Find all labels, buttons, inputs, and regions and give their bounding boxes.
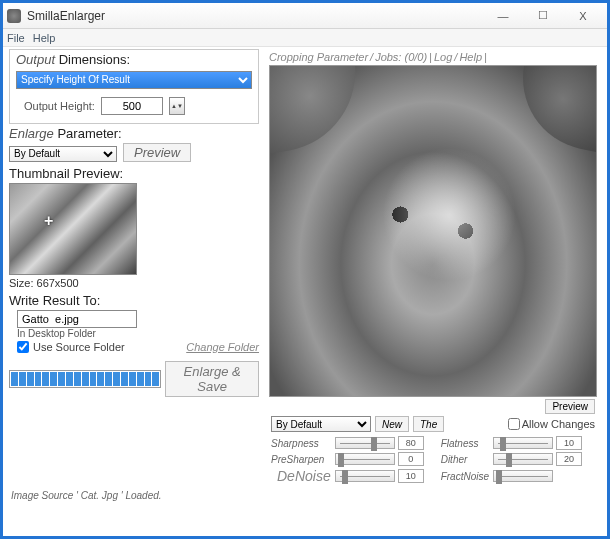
- use-source-folder-label: Use Source Folder: [33, 341, 125, 353]
- status-bar: Image Source ' Cat. Jpg ' Loaded.: [11, 490, 607, 501]
- new-preset-button[interactable]: New: [375, 416, 409, 432]
- param-header: By Default New The Allow Changes: [265, 414, 601, 434]
- desktop-folder-label: In Desktop Folder: [17, 328, 259, 339]
- close-button[interactable]: X: [563, 6, 603, 26]
- filename-input[interactable]: [17, 310, 137, 328]
- sharpness-slider[interactable]: [335, 437, 395, 449]
- param-preset-combo[interactable]: By Default: [271, 416, 371, 432]
- fractnoise-label: FractNoise: [441, 471, 489, 482]
- dither-label: Dither: [441, 454, 489, 465]
- presharpen-value: 0: [398, 452, 424, 466]
- progress-bar: [9, 370, 161, 388]
- minimize-button[interactable]: —: [483, 6, 523, 26]
- presharpen-label: PreSharpen: [271, 454, 331, 465]
- output-dimensions-group: Output Dimensions: Specify Height Of Res…: [9, 49, 259, 124]
- flatness-rvalue: 10: [556, 436, 582, 450]
- progress-row: Enlarge & Save: [9, 361, 259, 397]
- output-mode-combo[interactable]: Specify Height Of Result: [16, 71, 252, 89]
- menu-file[interactable]: File: [7, 32, 25, 44]
- write-result-title: Write Result To:: [9, 293, 259, 308]
- flatness-slider[interactable]: [493, 437, 553, 449]
- dither-rvalue: 20: [556, 452, 582, 466]
- menubar: File Help: [3, 29, 607, 47]
- tab-cropping[interactable]: Cropping Parameter: [269, 51, 368, 63]
- sharpness-label: Sharpness: [271, 438, 331, 449]
- image-preview[interactable]: [269, 65, 597, 397]
- thumbnail-group: Thumbnail Preview: Size: 667x500: [9, 166, 259, 289]
- tab-help[interactable]: Help: [459, 51, 482, 63]
- preview-small-button[interactable]: Preview: [545, 399, 595, 414]
- enlarge-param-combo[interactable]: By Default: [9, 146, 117, 162]
- enlarge-parameter-title: Enlarge Parameter:: [9, 126, 259, 141]
- dither-slider[interactable]: [493, 453, 553, 465]
- app-icon: [7, 9, 21, 23]
- preview-button[interactable]: Preview: [123, 143, 191, 162]
- window-title: SmillaEnlarger: [27, 9, 483, 23]
- write-result-group: Write Result To: In Desktop Folder Use S…: [9, 293, 259, 353]
- thumbnail-size: Size: 667x500: [9, 277, 259, 289]
- thumbnail-image[interactable]: [9, 183, 137, 275]
- titlebar: SmillaEnlarger — ☐ X: [3, 3, 607, 29]
- thumbnail-title: Thumbnail Preview:: [9, 166, 259, 181]
- use-source-folder-checkbox[interactable]: [17, 341, 29, 353]
- enlarge-save-button[interactable]: Enlarge & Save: [165, 361, 259, 397]
- denoise-slider[interactable]: [335, 470, 395, 482]
- denoise-label: DeNoise: [271, 468, 331, 484]
- presharpen-slider[interactable]: [335, 453, 395, 465]
- change-folder-link[interactable]: Change Folder: [186, 341, 259, 353]
- menu-help[interactable]: Help: [33, 32, 56, 44]
- output-height-spinner[interactable]: ▲▼: [169, 97, 185, 115]
- tab-jobs[interactable]: Jobs: (0/0): [375, 51, 427, 63]
- allow-changes-label: Allow Changes: [522, 418, 595, 430]
- tab-log[interactable]: Log: [434, 51, 452, 63]
- denoise-value: 10: [398, 469, 424, 483]
- output-height-input[interactable]: [101, 97, 163, 115]
- tabs-row: Cropping Parameter/ Jobs: (0/0)| Log/ He…: [265, 49, 601, 65]
- flatness-label: Flatness: [441, 438, 489, 449]
- flatness-value: 80: [398, 436, 424, 450]
- allow-changes-checkbox[interactable]: [508, 418, 520, 430]
- param-grid: Sharpness 80 Flatness 10 PreSharpen 0 Di…: [265, 434, 601, 486]
- output-height-label: Output Height:: [24, 100, 95, 112]
- fractnoise-slider[interactable]: [493, 470, 553, 482]
- enlarge-parameter-group: Enlarge Parameter: By Default Preview: [9, 128, 259, 162]
- output-dimensions-title: Output Dimensions:: [16, 52, 252, 67]
- the-preset-button[interactable]: The: [413, 416, 444, 432]
- maximize-button[interactable]: ☐: [523, 6, 563, 26]
